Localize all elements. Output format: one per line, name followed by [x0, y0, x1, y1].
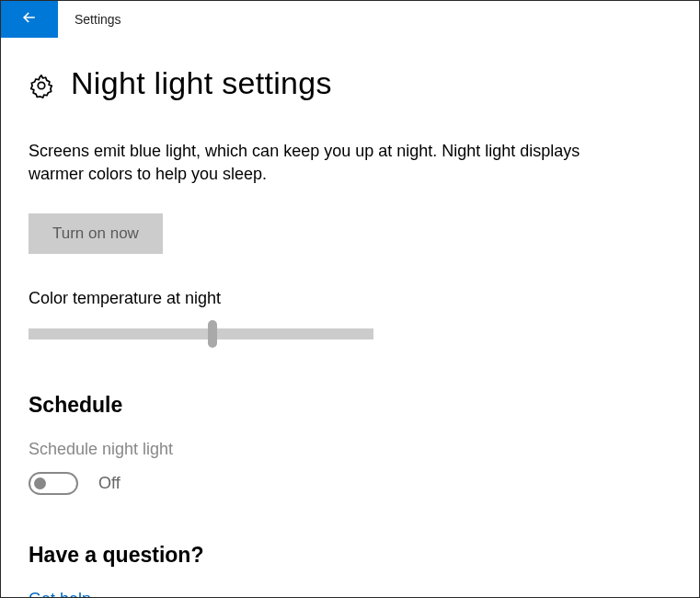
toggle-knob	[34, 477, 46, 489]
slider-thumb[interactable]	[208, 320, 217, 348]
content-area: Night light settings Screens emit blue l…	[1, 38, 699, 598]
schedule-toggle[interactable]	[29, 472, 78, 495]
header-bar: Settings	[1, 1, 699, 38]
back-button[interactable]	[1, 1, 58, 38]
page-title: Night light settings	[71, 65, 332, 101]
schedule-toggle-row: Off	[29, 472, 671, 495]
color-temperature-label: Color temperature at night	[29, 289, 671, 308]
schedule-toggle-label: Schedule night light	[29, 440, 671, 459]
turn-on-button[interactable]: Turn on now	[29, 213, 163, 254]
schedule-heading: Schedule	[29, 393, 671, 418]
get-help-link[interactable]: Get help	[29, 590, 671, 598]
header-title: Settings	[75, 12, 121, 27]
page-description: Screens emit blue light, which can keep …	[29, 140, 590, 186]
schedule-toggle-state: Off	[98, 474, 120, 493]
svg-point-0	[38, 82, 44, 88]
gear-icon	[29, 73, 54, 98]
color-temperature-slider[interactable]	[29, 328, 373, 339]
arrow-left-icon	[20, 8, 39, 30]
page-title-row: Night light settings	[29, 65, 671, 101]
help-heading: Have a question?	[29, 543, 671, 568]
